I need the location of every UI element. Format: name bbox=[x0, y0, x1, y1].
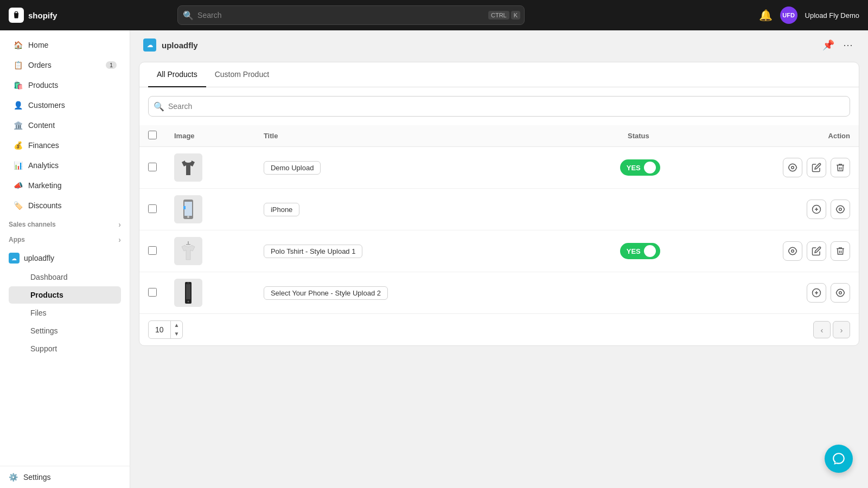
arrow-down-icon: ▼ bbox=[171, 330, 183, 338]
product-title-label: Select Your Phone - Style Upload 2 bbox=[264, 286, 388, 300]
sidebar-item-products-sub[interactable]: Products bbox=[9, 286, 121, 304]
row-action-cell bbox=[693, 272, 859, 314]
col-action: Action bbox=[693, 125, 859, 147]
sidebar-item-discounts[interactable]: 🏷️ Discounts bbox=[4, 196, 125, 215]
chat-bubble-button[interactable] bbox=[825, 445, 853, 473]
per-page-selector[interactable]: 10 ▲ ▼ bbox=[148, 320, 183, 339]
edit-button[interactable] bbox=[807, 158, 826, 177]
action-buttons bbox=[701, 158, 850, 177]
view-button[interactable] bbox=[783, 158, 802, 177]
product-thumbnail bbox=[174, 279, 202, 307]
apps-label: Apps bbox=[9, 236, 25, 243]
row-image-cell bbox=[165, 189, 255, 230]
finances-icon: 💰 bbox=[13, 140, 23, 150]
sidebar-item-content[interactable]: 🏛️ Content bbox=[4, 115, 125, 135]
sidebar-item-customers[interactable]: 👤 Customers bbox=[4, 95, 125, 115]
row-checkbox-cell bbox=[139, 189, 165, 230]
toggle-knob bbox=[644, 162, 656, 174]
sidebar-item-finances[interactable]: 💰 Finances bbox=[4, 136, 125, 155]
sidebar-sub-label: Files bbox=[30, 309, 47, 317]
row-image-cell bbox=[165, 147, 255, 189]
sidebar-item-orders[interactable]: 📋 Orders 1 bbox=[4, 55, 125, 75]
row-title-cell: Polo Tshirt - Style Upload 1 bbox=[255, 230, 533, 272]
sidebar-item-analytics[interactable]: 📊 Analytics bbox=[4, 156, 125, 175]
prev-page-button[interactable]: ‹ bbox=[813, 321, 831, 338]
sidebar-item-files[interactable]: Files bbox=[9, 304, 121, 322]
avatar[interactable]: UFD bbox=[780, 7, 797, 24]
uploadfly-sub-nav: Dashboard Products Files Settings Suppor… bbox=[4, 268, 125, 357]
table-body: Demo Upload YES bbox=[139, 147, 859, 314]
marketing-icon: 📣 bbox=[13, 181, 23, 190]
table-search-input[interactable] bbox=[148, 96, 850, 117]
view-button[interactable] bbox=[783, 241, 802, 261]
page-app-icon: ☁ bbox=[143, 38, 156, 52]
add-button[interactable] bbox=[807, 283, 826, 303]
row-checkbox[interactable] bbox=[148, 163, 157, 171]
notification-bell-icon[interactable]: 🔔 bbox=[759, 9, 773, 22]
user-display-name: Upload Fly Demo bbox=[805, 11, 859, 20]
shopify-logo[interactable]: shopify bbox=[9, 8, 57, 23]
row-title-cell: Select Your Phone - Style Upload 2 bbox=[255, 272, 533, 314]
action-buttons bbox=[701, 283, 850, 303]
sales-channels-section[interactable]: Sales channels › bbox=[0, 216, 130, 231]
pagination-buttons: ‹ › bbox=[813, 321, 850, 338]
delete-button[interactable] bbox=[831, 158, 850, 177]
page-header-left: ☁ uploadfly bbox=[143, 38, 198, 52]
svg-rect-17 bbox=[186, 284, 190, 299]
status-toggle[interactable]: YES bbox=[620, 243, 660, 259]
sidebar-item-label: Home bbox=[28, 41, 48, 49]
uploadfly-app-header[interactable]: ☁ uploadfly bbox=[4, 248, 125, 268]
shopify-text: shopify bbox=[28, 11, 57, 20]
product-title-label: Polo Tshirt - Style Upload 1 bbox=[264, 245, 363, 258]
sales-channels-label: Sales channels bbox=[9, 221, 56, 228]
settings-gear-icon: ⚙️ bbox=[9, 473, 18, 481]
customers-icon: 👤 bbox=[13, 100, 23, 110]
uploadfly-app-group: ☁ uploadfly Dashboard Products Files Set… bbox=[0, 246, 130, 360]
toggle-knob bbox=[644, 245, 656, 257]
apps-section[interactable]: Apps › bbox=[0, 231, 130, 246]
chevron-right-icon: › bbox=[118, 220, 121, 229]
orders-icon: 📋 bbox=[13, 60, 23, 70]
apps-chevron-icon: › bbox=[118, 235, 121, 244]
sidebar-item-label: Discounts bbox=[28, 201, 61, 210]
view-button[interactable] bbox=[831, 283, 850, 303]
uploadfly-icon: ☁ bbox=[9, 253, 20, 264]
row-action-cell bbox=[693, 230, 859, 272]
products-icon: 🛍️ bbox=[13, 80, 23, 90]
analytics-icon: 📊 bbox=[13, 160, 23, 170]
per-page-arrows[interactable]: ▲ ▼ bbox=[170, 321, 183, 338]
more-options-button[interactable]: ⋯ bbox=[841, 37, 855, 53]
tab-all-products[interactable]: All Products bbox=[148, 62, 206, 87]
main-card: All Products Custom Product 🔍 Image bbox=[139, 62, 859, 346]
global-search-input[interactable] bbox=[177, 5, 525, 25]
svg-rect-6 bbox=[183, 206, 186, 209]
home-icon: 🏠 bbox=[13, 40, 23, 50]
sidebar-item-label: Marketing bbox=[28, 181, 61, 190]
sidebar-item-support[interactable]: Support bbox=[9, 340, 121, 357]
main-layout: 🏠 Home 📋 Orders 1 🛍️ Products 👤 Customer… bbox=[0, 30, 868, 488]
pin-button[interactable]: 📌 bbox=[820, 37, 837, 53]
sidebar-item-products[interactable]: 🛍️ Products bbox=[4, 75, 125, 95]
sidebar: 🏠 Home 📋 Orders 1 🛍️ Products 👤 Customer… bbox=[0, 30, 130, 488]
next-page-button[interactable]: › bbox=[833, 321, 850, 338]
row-checkbox[interactable] bbox=[148, 288, 157, 297]
row-checkbox[interactable] bbox=[148, 246, 157, 255]
select-all-checkbox[interactable] bbox=[148, 131, 157, 139]
sidebar-settings[interactable]: ⚙️ Settings bbox=[0, 466, 130, 488]
sidebar-item-marketing[interactable]: 📣 Marketing bbox=[4, 176, 125, 195]
sidebar-sub-label: Support bbox=[30, 344, 57, 353]
view-button[interactable] bbox=[831, 200, 850, 219]
add-button[interactable] bbox=[807, 200, 826, 219]
sidebar-item-dashboard[interactable]: Dashboard bbox=[9, 268, 121, 286]
tab-custom-product[interactable]: Custom Product bbox=[206, 62, 278, 87]
sidebar-item-label: Customers bbox=[28, 101, 65, 110]
sidebar-item-label: Finances bbox=[28, 141, 59, 150]
sidebar-item-home[interactable]: 🏠 Home bbox=[4, 35, 125, 55]
status-toggle[interactable]: YES bbox=[620, 159, 660, 176]
delete-button[interactable] bbox=[831, 241, 850, 261]
svg-rect-4 bbox=[184, 202, 192, 216]
sidebar-nav: 🏠 Home 📋 Orders 1 🛍️ Products 👤 Customer… bbox=[0, 30, 130, 466]
row-checkbox[interactable] bbox=[148, 204, 157, 213]
edit-button[interactable] bbox=[807, 241, 826, 261]
sidebar-item-settings-sub[interactable]: Settings bbox=[9, 322, 121, 339]
